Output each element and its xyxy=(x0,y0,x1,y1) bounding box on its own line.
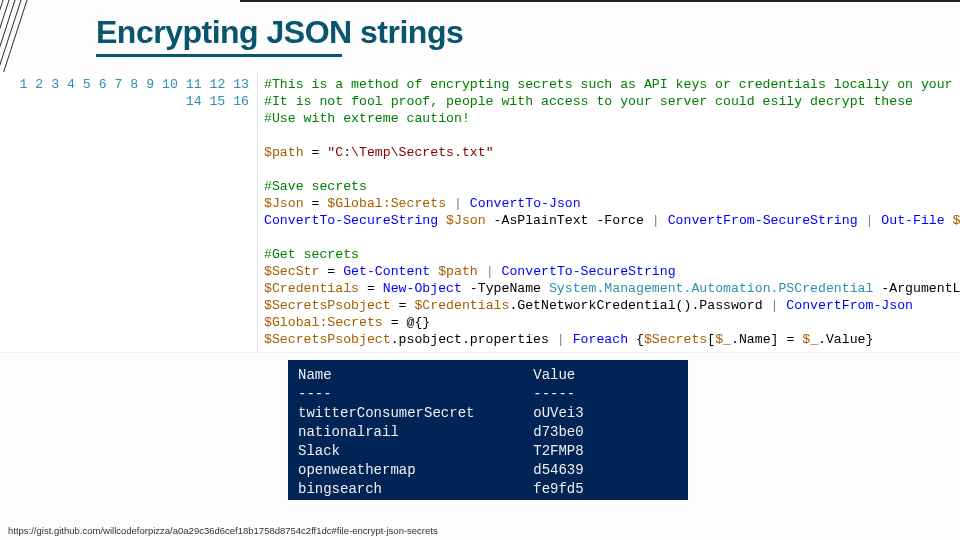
code-lines: #This is a method of encrypting secrets … xyxy=(258,72,960,352)
footer-url: https://gist.github.com/willcodeforpizza… xyxy=(8,525,438,536)
slide-title: Encrypting JSON strings xyxy=(96,14,463,51)
top-rule xyxy=(240,0,960,2)
powershell-console-output: Name Value ---- ----- twitterConsumerSec… xyxy=(288,360,688,500)
title-underline xyxy=(96,54,342,57)
code-gutter: 1 2 3 4 5 6 7 8 9 10 11 12 13 14 15 16 xyxy=(0,72,258,352)
code-block: 1 2 3 4 5 6 7 8 9 10 11 12 13 14 15 16 #… xyxy=(0,72,960,353)
